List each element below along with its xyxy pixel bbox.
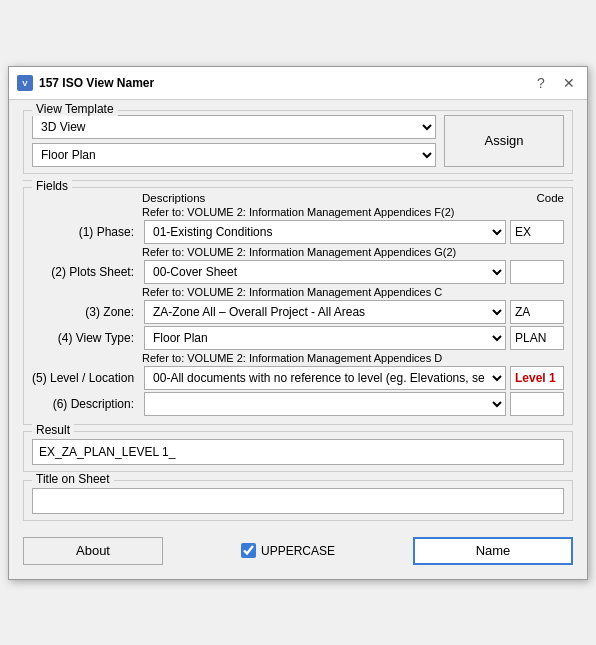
level-dropdown-wrap: 00-All documents with no reference to le… <box>144 366 506 390</box>
viewtype-select[interactable]: Floor Plan <box>144 326 506 350</box>
dialog-window: V 157 ISO View Namer ? ✕ View Template 3… <box>8 66 588 580</box>
title-bar-left: V 157 ISO View Namer <box>17 75 154 91</box>
field-row-viewtype: (4) View Type: Floor Plan <box>32 326 564 350</box>
name-button[interactable]: Name <box>413 537 573 565</box>
app-icon: V <box>17 75 33 91</box>
view-template-row: 3D View Floor Plan Assign <box>32 115 564 167</box>
zone-input-row: (3) Zone: ZA-Zone All – Overall Project … <box>32 300 564 324</box>
field-row-phase: Refer to: VOLUME 2: Information Manageme… <box>32 206 564 244</box>
phase-dropdown-wrap: 01-Existing Conditions <box>144 220 506 244</box>
zone-code[interactable] <box>510 300 564 324</box>
plots-code[interactable] <box>510 260 564 284</box>
fields-label: Fields <box>32 179 72 193</box>
dialog-body: View Template 3D View Floor Plan Assign … <box>9 100 587 579</box>
help-button[interactable]: ? <box>531 73 551 93</box>
phase-code[interactable] <box>510 220 564 244</box>
close-button[interactable]: ✕ <box>559 73 579 93</box>
phase-input-row: (1) Phase: 01-Existing Conditions <box>32 220 564 244</box>
dialog-title: 157 ISO View Namer <box>39 76 154 90</box>
level-select[interactable]: 00-All documents with no reference to le… <box>144 366 506 390</box>
view-template-select-1[interactable]: 3D View <box>32 115 436 139</box>
assign-button[interactable]: Assign <box>444 115 564 167</box>
svg-text:V: V <box>22 79 28 88</box>
description-select[interactable] <box>144 392 506 416</box>
plots-select[interactable]: 00-Cover Sheet <box>144 260 506 284</box>
plots-input-row: (2) Plots Sheet: 00-Cover Sheet <box>32 260 564 284</box>
level-label: (5) Level / Location <box>32 371 140 385</box>
phase-ref: Refer to: VOLUME 2: Information Manageme… <box>32 206 564 218</box>
fields-header: Descriptions Code <box>32 192 564 206</box>
divider-1 <box>23 180 573 181</box>
view-template-select-2[interactable]: Floor Plan <box>32 143 436 167</box>
view-template-section: View Template 3D View Floor Plan Assign <box>23 110 573 174</box>
viewtype-input-row: (4) View Type: Floor Plan <box>32 326 564 350</box>
phase-select[interactable]: 01-Existing Conditions <box>144 220 506 244</box>
description-dropdown-wrap <box>144 392 506 416</box>
description-input-row: (6) Description: <box>32 392 564 416</box>
level-ref: Refer to: VOLUME 2: Information Manageme… <box>32 352 564 364</box>
zone-label: (3) Zone: <box>32 305 140 319</box>
result-input[interactable] <box>32 439 564 465</box>
zone-ref: Refer to: VOLUME 2: Information Manageme… <box>32 286 564 298</box>
fields-section: Fields Descriptions Code Refer to: VOLUM… <box>23 187 573 425</box>
level-code[interactable] <box>510 366 564 390</box>
bottom-bar: About UPPERCASE Name <box>23 531 573 569</box>
field-row-description: (6) Description: <box>32 392 564 416</box>
plots-ref: Refer to: VOLUME 2: Information Manageme… <box>32 246 564 258</box>
uppercase-check-group: UPPERCASE <box>241 543 335 558</box>
field-row-zone: Refer to: VOLUME 2: Information Manageme… <box>32 286 564 324</box>
result-section: Result <box>23 431 573 472</box>
view-template-label: View Template <box>32 102 118 116</box>
result-label: Result <box>32 423 74 437</box>
title-on-sheet-input[interactable] <box>32 488 564 514</box>
phase-label: (1) Phase: <box>32 225 140 239</box>
plots-dropdown-wrap: 00-Cover Sheet <box>144 260 506 284</box>
uppercase-checkbox[interactable] <box>241 543 256 558</box>
field-row-plots: Refer to: VOLUME 2: Information Manageme… <box>32 246 564 284</box>
about-button[interactable]: About <box>23 537 163 565</box>
title-on-sheet-label: Title on Sheet <box>32 472 114 486</box>
view-template-dropdowns: 3D View Floor Plan <box>32 115 436 167</box>
level-input-row: (5) Level / Location 00-All documents wi… <box>32 366 564 390</box>
title-on-sheet-section: Title on Sheet <box>23 480 573 521</box>
description-code[interactable] <box>510 392 564 416</box>
field-row-level: Refer to: VOLUME 2: Information Manageme… <box>32 352 564 390</box>
col-code: Code <box>537 192 565 204</box>
col-descriptions: Descriptions <box>142 192 205 204</box>
viewtype-dropdown-wrap: Floor Plan <box>144 326 506 350</box>
title-bar-controls: ? ✕ <box>531 73 579 93</box>
uppercase-label: UPPERCASE <box>261 544 335 558</box>
plots-label: (2) Plots Sheet: <box>32 265 140 279</box>
zone-dropdown-wrap: ZA-Zone All – Overall Project - All Area… <box>144 300 506 324</box>
description-label: (6) Description: <box>32 397 140 411</box>
title-bar: V 157 ISO View Namer ? ✕ <box>9 67 587 100</box>
viewtype-code[interactable] <box>510 326 564 350</box>
viewtype-label: (4) View Type: <box>32 331 140 345</box>
zone-select[interactable]: ZA-Zone All – Overall Project - All Area… <box>144 300 506 324</box>
